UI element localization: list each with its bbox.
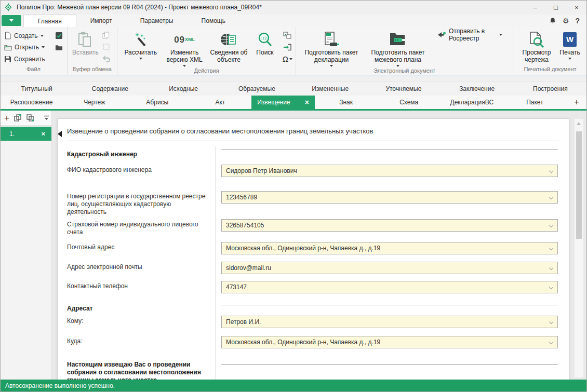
- vertical-scrollbar[interactable]: [575, 119, 583, 377]
- scroll-up-arrow[interactable]: [577, 122, 581, 125]
- sidebar-item-1[interactable]: 1. ×: [0, 127, 51, 141]
- tab-glavnaya[interactable]: Главная: [23, 15, 76, 27]
- maximize-button[interactable]: □: [545, 0, 566, 15]
- tab-znak[interactable]: Знак: [315, 96, 378, 109]
- postal-address-combobox[interactable]: Московская обл., Одинцовский р-н, Чапаев…: [221, 242, 558, 254]
- omega-symbols-button[interactable]: Ω: [283, 55, 292, 63]
- send-icon: [437, 31, 446, 38]
- form-row-fio: ФИО кадастрового инженера Сидоров Петр И…: [58, 165, 569, 191]
- group-label-actions: Действия: [117, 67, 296, 75]
- field-label: Контактный телефон: [58, 281, 215, 302]
- form-row-statement: Настоящим извещаю Вас о проведении собра…: [58, 359, 569, 380]
- combobox-value: Московская обл., Одинцовский р-н, Чапаев…: [226, 245, 380, 252]
- tab-deklaratsiyavs[interactable]: ДекларацияВС: [441, 96, 503, 109]
- search-icon: :12: [257, 30, 273, 49]
- print-label: Печать: [559, 49, 580, 56]
- tab-pomoshch[interactable]: Помощь: [188, 15, 239, 27]
- tab-skhema[interactable]: Схема: [378, 96, 441, 109]
- tab-izmenennye[interactable]: Измененные: [294, 82, 367, 96]
- ribbon: Создать Открыть Сохранить Файл: [0, 27, 587, 75]
- tab-izveshchenie-active[interactable]: Извещение ×: [251, 96, 314, 109]
- print-button[interactable]: W Печать: [556, 29, 583, 65]
- tab-soderzhanie[interactable]: Содержание: [73, 82, 146, 96]
- sidebar-item-close-icon[interactable]: ×: [41, 130, 45, 138]
- tab-akt[interactable]: Акт: [189, 96, 251, 109]
- paste-button[interactable]: Вставить: [70, 29, 101, 65]
- minimize-button[interactable]: –: [525, 0, 545, 15]
- calculate-button[interactable]: Рассчитать: [119, 29, 162, 67]
- field-label: Страховой номер индивидуального лицевого…: [58, 219, 215, 242]
- dropdown-arrow-icon: [289, 58, 292, 60]
- form-row-komu: Кому: Петров И.И.: [58, 316, 569, 336]
- add-item-icon[interactable]: +: [4, 114, 9, 123]
- xml-package-icon: [323, 30, 340, 49]
- komu-combobox[interactable]: Петров И.И.: [221, 316, 558, 328]
- help-icon[interactable]: ?: [575, 17, 580, 25]
- send-rosreestr-button[interactable]: Отправить в Росреестр: [434, 29, 505, 40]
- tab-utochnyaemye[interactable]: Уточняемые: [367, 82, 440, 96]
- folder-icon[interactable]: [55, 44, 63, 51]
- kuda-combobox[interactable]: Московская обл., Одинцовский р-н, Чапаев…: [221, 336, 558, 348]
- title-divider: [67, 141, 559, 141]
- dropdown-arrow-icon: [139, 58, 142, 60]
- gear-icon[interactable]: ⚙: [563, 17, 569, 25]
- group-label-clipboard: Буфер обмена: [68, 65, 117, 75]
- import-arrow-icon[interactable]: [283, 43, 292, 51]
- chevron-down-icon: [550, 320, 553, 324]
- tab-zaklyuchenie[interactable]: Заключение: [441, 82, 514, 96]
- change-xml-version-button[interactable]: 09 XML Изменить версию XML: [162, 29, 207, 67]
- section-tabs-row1: Титульный Содержание Исходные Образуемые…: [0, 82, 587, 96]
- tab-import[interactable]: Импорт: [76, 15, 126, 27]
- active-tab-label: Извещение: [257, 99, 290, 106]
- package-declaration-button[interactable]: Подготовить пакет декларации: [298, 29, 365, 67]
- phone-combobox[interactable]: 473147: [221, 281, 558, 293]
- chevron-down-icon: [550, 266, 553, 270]
- undo-icon[interactable]: [102, 55, 110, 63]
- email-combobox[interactable]: sidorov@mail.ru: [221, 262, 558, 274]
- preview-drawing-button[interactable]: Просмотр чертежа: [517, 29, 556, 65]
- tab-parametry[interactable]: Параметры: [126, 15, 188, 27]
- tab-raspolozhenie[interactable]: Расположение: [0, 96, 63, 109]
- collapse-list-icon[interactable]: [44, 115, 49, 120]
- tab-paket[interactable]: Пакет: [503, 96, 566, 109]
- form-row-registration-number: Номер регистрации в государственном реес…: [58, 191, 569, 219]
- magic-wand-icon: [133, 30, 149, 49]
- bell-icon[interactable]: [549, 17, 556, 24]
- tab-iskhodnye[interactable]: Исходные: [147, 82, 220, 96]
- create-button[interactable]: Создать: [4, 30, 63, 41]
- duplicate-item-icon[interactable]: [14, 114, 22, 121]
- switch-windows-icon[interactable]: [283, 31, 292, 39]
- object-info-label: Сведения об объекте: [210, 49, 248, 63]
- package-plan-button[interactable]: Подготовить пакет межевого плана: [365, 29, 431, 67]
- paste-special-icon[interactable]: [102, 43, 110, 51]
- snils-combobox[interactable]: 32658754105: [221, 219, 558, 232]
- scrollbar-thumb[interactable]: [576, 131, 582, 239]
- form-row-postal-address: Почтовый адрес Московская обл., Одинцовс…: [58, 242, 569, 262]
- tab-postroeniya[interactable]: Построения: [514, 82, 587, 96]
- open-folder-icon: [4, 44, 12, 51]
- form-title: Извещение о проведении собрания о соглас…: [67, 127, 558, 135]
- tab-chertezh[interactable]: Чертеж: [63, 96, 126, 109]
- dropdown-arrow-icon: [499, 34, 502, 36]
- tab-abrisy[interactable]: Абрисы: [126, 96, 189, 109]
- tab-close-icon[interactable]: ×: [305, 98, 309, 106]
- object-info-button[interactable]: Сведения об объекте: [207, 29, 250, 67]
- save-as-icon[interactable]: [55, 32, 63, 39]
- create-label: Создать: [14, 32, 38, 39]
- xml-version-icon: 09 XML: [174, 30, 195, 49]
- close-button[interactable]: ×: [566, 0, 587, 15]
- search-button[interactable]: :12 Поиск: [250, 29, 279, 67]
- form-row-kuda: Куда: Московская обл., Одинцовский р-н, …: [58, 336, 569, 359]
- sidebar-item-label: 1.: [9, 130, 15, 138]
- app-menu-button[interactable]: [2, 15, 21, 26]
- fio-combobox[interactable]: Сидоров Петр Иванович: [221, 165, 558, 177]
- tab-obrazuemye[interactable]: Образуемые: [220, 82, 294, 96]
- save-button[interactable]: Сохранить: [4, 53, 63, 64]
- duplicate-item-alt-icon[interactable]: [26, 114, 34, 121]
- tab-titulny[interactable]: Титульный: [0, 82, 73, 96]
- collapse-panel-arrow[interactable]: [58, 131, 62, 137]
- copy-icon[interactable]: [102, 31, 110, 39]
- open-button[interactable]: Открыть: [4, 42, 63, 53]
- add-tab-button[interactable]: +: [566, 96, 587, 109]
- registration-number-combobox[interactable]: 123456789: [221, 191, 558, 204]
